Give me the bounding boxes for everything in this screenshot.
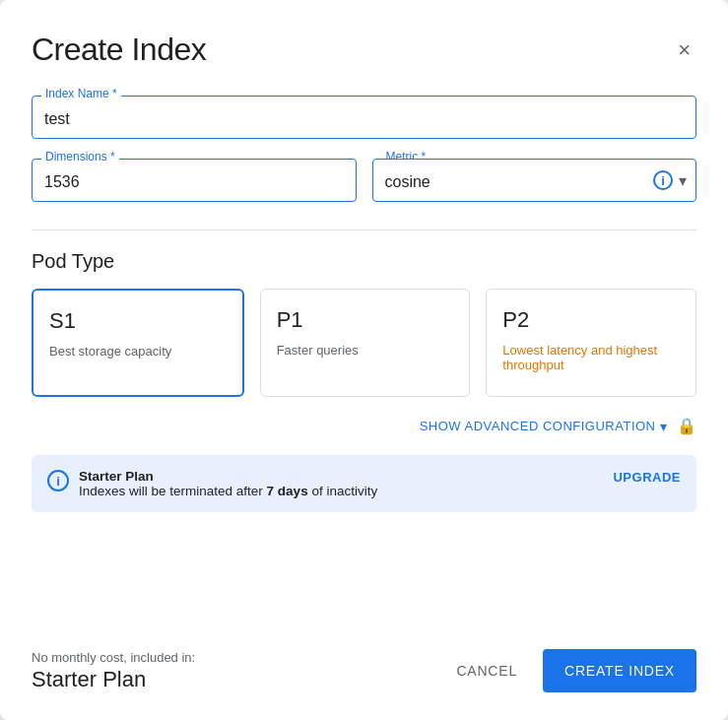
metric-icons: i ▾: [653, 170, 687, 190]
pod-card-p2[interactable]: P2 Lowest latency and highest throughput: [486, 289, 696, 397]
dialog-header: Create Index ×: [32, 32, 696, 68]
footer-plan-info: No monthly cost, included in: Starter Pl…: [32, 650, 195, 692]
pod-cards: S1 Best storage capacity P1 Faster queri…: [32, 289, 696, 397]
dimensions-input[interactable]: [32, 159, 357, 202]
banner-message: Indexes will be terminated after 7 days …: [79, 484, 377, 498]
metric-field: Metric * i ▾: [372, 159, 697, 202]
dimensions-field: Dimensions *: [32, 159, 357, 202]
create-index-dialog: Create Index × Index Name * Dimensions *…: [0, 0, 728, 720]
pod-s1-name: S1: [49, 308, 227, 334]
cost-note: No monthly cost, included in:: [32, 650, 195, 665]
pod-p1-desc: Faster queries: [277, 343, 454, 358]
banner-title: Starter Plan: [79, 469, 154, 484]
index-name-label: Index Name *: [41, 87, 121, 100]
index-name-field: Index Name *: [32, 96, 696, 139]
divider: [32, 229, 696, 230]
pod-p1-name: P1: [277, 307, 454, 333]
create-index-button[interactable]: CREATE INDEX: [543, 649, 696, 692]
upgrade-button[interactable]: UPGRADE: [613, 470, 681, 485]
dimensions-label: Dimensions *: [41, 150, 119, 164]
dialog-title: Create Index: [32, 32, 206, 68]
banner-days: 7 days: [267, 484, 308, 498]
metric-info-icon[interactable]: i: [653, 170, 673, 190]
footer-actions: CANCEL CREATE INDEX: [438, 649, 696, 692]
pod-card-p1[interactable]: P1 Faster queries: [260, 289, 471, 397]
cancel-button[interactable]: CANCEL: [438, 651, 535, 690]
starter-plan-banner: i Starter Plan Indexes will be terminate…: [32, 455, 696, 512]
metric-input[interactable]: [372, 159, 697, 202]
pod-p2-name: P2: [502, 307, 680, 333]
lock-icon: 🔒: [677, 417, 696, 435]
dialog-footer: No monthly cost, included in: Starter Pl…: [32, 649, 696, 692]
metric-chevron-icon[interactable]: ▾: [679, 171, 687, 190]
advanced-config-label: SHOW ADVANCED CONFIGURATION: [420, 419, 656, 433]
pod-type-title: Pod Type: [32, 250, 696, 273]
pod-type-section: Pod Type S1 Best storage capacity P1 Fas…: [32, 250, 696, 417]
banner-info-icon: i: [47, 470, 69, 491]
pod-card-s1[interactable]: S1 Best storage capacity: [32, 289, 244, 397]
close-button[interactable]: ×: [672, 35, 696, 65]
advanced-config-row: SHOW ADVANCED CONFIGURATION ▾ 🔒: [32, 417, 696, 435]
metric-input-wrapper: i ▾: [372, 159, 697, 202]
pod-s1-desc: Best storage capacity: [49, 344, 227, 359]
advanced-chevron-icon: ▾: [660, 419, 668, 434]
advanced-config-link[interactable]: SHOW ADVANCED CONFIGURATION ▾: [420, 419, 667, 434]
banner-text: Starter Plan Indexes will be terminated …: [79, 469, 377, 498]
index-name-input[interactable]: [32, 96, 696, 139]
dimensions-metric-row: Dimensions * Metric * i ▾: [32, 159, 696, 202]
banner-left: i Starter Plan Indexes will be terminate…: [47, 469, 377, 498]
pod-p2-desc: Lowest latency and highest throughput: [502, 343, 680, 372]
plan-name: Starter Plan: [32, 667, 195, 692]
